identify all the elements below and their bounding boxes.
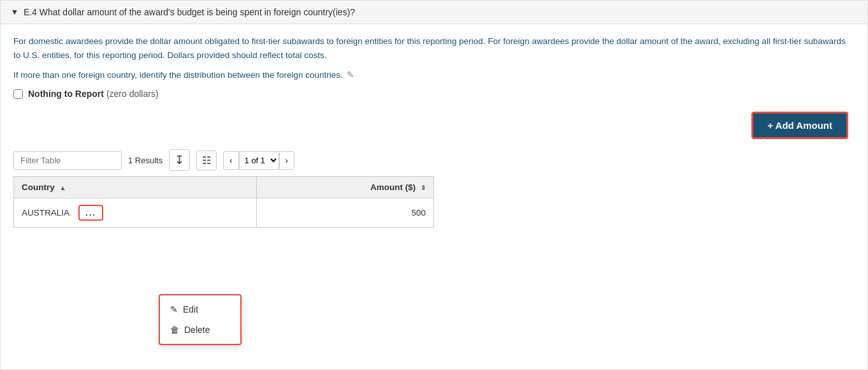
country-value: AUSTRALIA <box>22 208 69 218</box>
edit-menu-item[interactable]: ✎ Edit <box>160 299 240 320</box>
row-action-button[interactable]: ... <box>78 205 103 221</box>
country-header[interactable]: Country ▲ <box>14 177 257 198</box>
nothing-normal: (zero dollars) <box>106 89 159 99</box>
delete-icon: 🗑 <box>170 325 179 335</box>
table-header-row: Country ▲ Amount ($) ⇕ <box>14 177 434 198</box>
pencil-icon: ✎ <box>347 70 357 80</box>
section-header: ▼ E.4 What dollar amount of the award's … <box>1 1 867 24</box>
note-text: If more than one foreign country, identi… <box>13 70 855 80</box>
chevron-left-icon: ‹ <box>229 156 232 165</box>
amount-header-label: Amount ($) <box>370 182 416 192</box>
country-cell: AUSTRALIA ... <box>14 198 257 228</box>
content-area: For domestic awardees provide the dollar… <box>1 24 867 238</box>
results-text: 1 Results <box>128 156 163 165</box>
delete-label: Delete <box>184 325 210 335</box>
description-main: For domestic awardees provide the dollar… <box>13 34 855 62</box>
nothing-to-report-checkbox[interactable] <box>13 89 23 99</box>
amount-header[interactable]: Amount ($) ⇕ <box>256 177 433 198</box>
grid-icon: ☷ <box>202 154 211 166</box>
country-header-label: Country <box>22 182 55 192</box>
download-button[interactable]: ↧ <box>169 149 190 171</box>
data-table: Country ▲ Amount ($) ⇕ AUSTRALIA ... <box>13 176 434 228</box>
page-container: ▼ E.4 What dollar amount of the award's … <box>0 0 868 370</box>
edit-label: Edit <box>183 304 198 314</box>
country-sort-icon: ▲ <box>60 184 66 191</box>
delete-menu-item[interactable]: 🗑 Delete <box>160 320 240 340</box>
amount-cell: 500 <box>256 198 433 228</box>
table-row: AUSTRALIA ... 500 <box>14 198 434 228</box>
grid-view-button[interactable]: ☷ <box>196 151 217 170</box>
page-select[interactable]: 1 of 1 <box>239 152 279 169</box>
pagination-group: ‹ 1 of 1 › <box>223 151 294 170</box>
download-icon: ↧ <box>175 153 184 167</box>
chevron-right-icon: › <box>286 156 288 165</box>
chevron-icon: ▼ <box>11 8 18 17</box>
add-amount-container: + Add Amount <box>13 112 855 139</box>
edit-icon: ✎ <box>170 304 178 314</box>
next-page-button[interactable]: › <box>279 152 294 168</box>
nothing-to-report-label: Nothing to Report (zero dollars) <box>28 89 159 99</box>
filter-input[interactable] <box>13 151 122 170</box>
table-toolbar: 1 Results ↧ ☷ ‹ 1 of 1 › <box>13 149 855 171</box>
prev-page-button[interactable]: ‹ <box>224 152 238 168</box>
note-label: If more than one foreign country, identi… <box>13 70 343 80</box>
section-title: E.4 What dollar amount of the award's bu… <box>24 7 355 17</box>
nothing-to-report-row: Nothing to Report (zero dollars) <box>13 89 855 99</box>
add-amount-button[interactable]: + Add Amount <box>751 112 848 139</box>
dropdown-menu: ✎ Edit 🗑 Delete <box>159 294 242 345</box>
nothing-bold: Nothing to Report <box>28 89 104 99</box>
amount-sort-icon: ⇕ <box>421 184 426 191</box>
